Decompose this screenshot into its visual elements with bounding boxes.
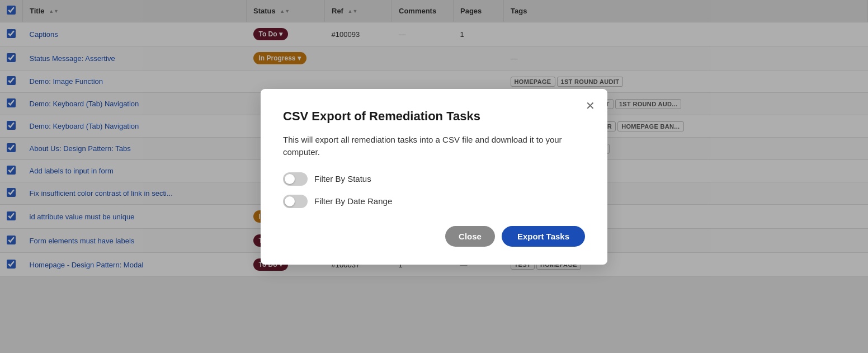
- filter-status-track: [283, 172, 308, 186]
- filter-status-row: Filter By Status: [283, 172, 585, 186]
- filter-status-label: Filter By Status: [314, 174, 371, 183]
- modal-description: This will export all remediation tasks i…: [283, 134, 585, 159]
- modal-title: CSV Export of Remediation Tasks: [283, 109, 585, 124]
- modal-close-button[interactable]: ✕: [583, 98, 597, 114]
- filter-date-label: Filter By Date Range: [314, 196, 392, 206]
- filter-date-toggle[interactable]: [283, 195, 308, 208]
- filter-status-toggle[interactable]: [283, 172, 308, 186]
- modal-footer: Close Export Tasks: [283, 226, 585, 247]
- csv-export-modal: ✕ CSV Export of Remediation Tasks This w…: [261, 89, 607, 265]
- export-tasks-button[interactable]: Export Tasks: [502, 226, 585, 247]
- close-button[interactable]: Close: [445, 226, 495, 247]
- filter-date-track: [283, 195, 308, 208]
- modal-overlay[interactable]: ✕ CSV Export of Remediation Tasks This w…: [0, 0, 868, 277]
- filter-date-row: Filter By Date Range: [283, 195, 585, 208]
